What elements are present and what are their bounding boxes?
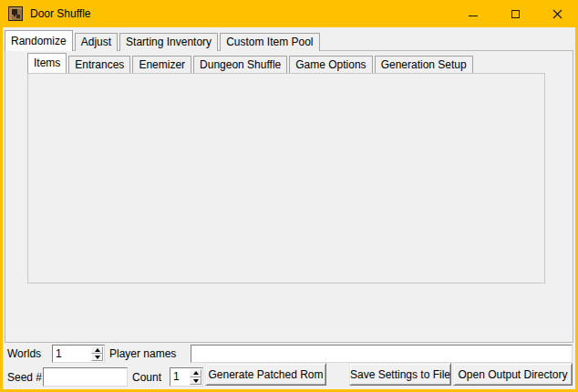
tab-enemizer[interactable]: Enemizer (132, 56, 191, 73)
spin-down-icon[interactable] (91, 354, 103, 361)
maximize-button[interactable] (494, 0, 536, 27)
seed-label: Seed # (7, 371, 42, 384)
generate-patched-rom-button[interactable]: Generate Patched Rom (205, 363, 326, 386)
caption-buttons (452, 0, 578, 27)
tab-starting-inventory[interactable]: Starting Inventory (119, 33, 218, 51)
count-spinner[interactable]: 1 (170, 367, 203, 387)
tab-generation-setup[interactable]: Generation Setup (375, 56, 473, 73)
player-names-label: Player names (109, 347, 176, 360)
minimize-icon (469, 15, 478, 16)
window-title: Door Shuffle (30, 7, 91, 20)
open-output-directory-button[interactable]: Open Output Directory (453, 363, 573, 386)
tab-adjust[interactable]: Adjust (75, 33, 118, 51)
close-icon (552, 9, 563, 19)
close-button[interactable] (536, 0, 578, 27)
seed-input[interactable] (43, 367, 128, 387)
app-window: Door Shuffle Randomize Adjust Starting I… (0, 0, 578, 392)
count-label: Count (132, 371, 161, 384)
titlebar: Door Shuffle (0, 0, 578, 27)
client-area: Randomize Adjust Starting Inventory Cust… (3, 27, 575, 389)
main-tab-bar: Randomize Adjust Starting Inventory Cust… (5, 30, 322, 51)
items-tab-panel (27, 73, 545, 284)
spin-up-icon[interactable] (190, 369, 201, 377)
tab-randomize[interactable]: Randomize (5, 30, 73, 51)
tab-items[interactable]: Items (27, 53, 67, 73)
player-names-input[interactable] (191, 345, 573, 363)
tab-game-options[interactable]: Game Options (289, 56, 372, 73)
door-icon (8, 6, 23, 21)
tab-dungeon-shuffle[interactable]: Dungeon Shuffle (193, 56, 287, 73)
maximize-icon (511, 10, 520, 18)
worlds-label: Worlds (7, 347, 41, 360)
spin-up-icon[interactable] (91, 346, 103, 354)
tab-custom-item-pool[interactable]: Custom Item Pool (220, 33, 319, 51)
save-settings-button[interactable]: Save Settings to File (349, 363, 451, 386)
sub-tab-bar: Items Entrances Enemizer Dungeon Shuffle… (27, 53, 475, 73)
tab-entrances[interactable]: Entrances (68, 56, 130, 73)
worlds-spinner[interactable]: 1 (52, 345, 105, 363)
minimize-button[interactable] (452, 0, 494, 27)
spin-down-icon[interactable] (190, 377, 201, 386)
